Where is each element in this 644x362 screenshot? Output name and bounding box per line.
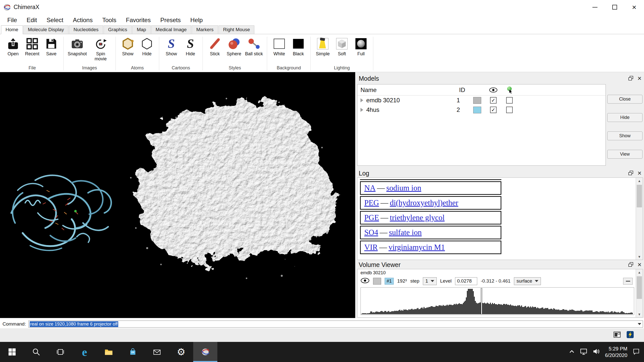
rapid-access-icon[interactable] <box>613 331 621 339</box>
task-view-button[interactable] <box>48 342 72 362</box>
lighting-full-button[interactable]: Full <box>352 36 370 57</box>
menu-presets[interactable]: Presets <box>155 17 185 24</box>
start-button[interactable] <box>0 342 24 362</box>
log-scrollbar[interactable]: ▲ ▼ <box>636 178 643 260</box>
cartoons-hide-button[interactable]: S Hide <box>181 36 199 57</box>
display-style-dropdown[interactable]: surface <box>514 277 541 285</box>
log-undock-icon[interactable] <box>628 170 634 176</box>
snapshot-button[interactable]: Snapshot <box>67 36 88 62</box>
model-selected-checkbox[interactable] <box>506 107 513 113</box>
tab-right-mouse[interactable]: Right Mouse <box>219 25 255 34</box>
volume-tray-icon[interactable] <box>592 348 600 356</box>
residue-code-link[interactable]: PGE <box>364 213 379 222</box>
background-white-button[interactable]: White <box>270 36 288 57</box>
volume-shown-eye-icon[interactable] <box>360 278 370 285</box>
sphere-style-button[interactable]: Sphere <box>225 36 243 57</box>
scroll-down-arrow[interactable]: ▼ <box>636 311 643 317</box>
step-dropdown[interactable]: 1 <box>423 277 437 285</box>
action-center-icon[interactable] <box>632 348 640 356</box>
expand-arrow-icon[interactable] <box>360 108 363 112</box>
residue-code-link[interactable]: PEG <box>364 198 379 207</box>
menu-select[interactable]: Select <box>42 17 68 24</box>
menu-file[interactable]: File <box>3 17 22 24</box>
scroll-up-arrow[interactable]: ▲ <box>636 178 643 184</box>
stick-style-button[interactable]: Stick <box>206 36 224 57</box>
residue-desc-link[interactable]: virginiamycin M1 <box>388 243 445 252</box>
settings-button[interactable]: ⚙ <box>169 342 193 362</box>
store-button[interactable] <box>121 342 145 362</box>
tab-home[interactable]: Home <box>1 25 23 34</box>
scrollbar-thumb[interactable] <box>637 276 642 299</box>
volume-histogram[interactable] <box>360 287 634 315</box>
lighting-soft-button[interactable]: Soft <box>333 36 351 57</box>
models-close-icon[interactable]: × <box>637 75 641 82</box>
volume-level-marker[interactable] <box>481 288 482 314</box>
residue-code-link[interactable]: VIR <box>364 243 378 252</box>
cartoons-show-button[interactable]: S Show <box>162 36 180 57</box>
maximize-button[interactable] <box>605 0 624 14</box>
scroll-down-arrow[interactable]: ▼ <box>636 254 643 260</box>
menu-edit[interactable]: Edit <box>22 17 42 24</box>
residue-desc-link[interactable]: sodium ion <box>386 184 421 192</box>
tab-markers[interactable]: Markers <box>192 25 218 34</box>
taskbar-clock[interactable]: 5:29 PM 6/20/2020 <box>605 345 627 358</box>
menu-help[interactable]: Help <box>186 17 208 24</box>
lighting-simple-button[interactable]: Simple <box>314 36 332 57</box>
scroll-up-arrow[interactable]: ▲ <box>636 269 643 275</box>
tab-graphics[interactable]: Graphics <box>104 25 132 34</box>
volume-histogram-bars[interactable] <box>361 288 633 314</box>
volume-close-icon[interactable]: × <box>637 261 641 268</box>
scrollbar-thumb[interactable] <box>637 185 642 207</box>
model-selected-checkbox[interactable] <box>506 97 513 104</box>
file-explorer-button[interactable] <box>97 342 121 362</box>
save-button[interactable]: Save <box>42 36 60 57</box>
mail-button[interactable] <box>145 342 169 362</box>
residue-desc-link[interactable]: sulfate ion <box>389 228 422 237</box>
3d-scene[interactable] <box>0 72 355 318</box>
command-history-dropdown[interactable] <box>638 321 641 327</box>
models-undock-icon[interactable] <box>628 75 634 81</box>
tab-medical-image[interactable]: Medical Image <box>151 25 191 34</box>
tray-expand-chevron[interactable] <box>569 349 575 355</box>
search-button[interactable] <box>24 342 48 362</box>
model-shown-checkbox[interactable]: ✓ <box>490 97 497 104</box>
log-close-icon[interactable]: × <box>637 170 641 177</box>
background-black-button[interactable]: Black <box>289 36 307 57</box>
residue-code-link[interactable]: NA <box>364 184 376 192</box>
tab-nucleotides[interactable]: Nucleotides <box>69 25 103 34</box>
level-input[interactable]: 0.0278 <box>455 277 477 285</box>
models-close-button[interactable]: Close <box>607 95 642 104</box>
display-tray-icon[interactable] <box>580 348 587 356</box>
atoms-show-button[interactable]: Show <box>119 36 137 57</box>
menu-favorites[interactable]: Favorites <box>121 17 155 24</box>
open-button[interactable]: Open <box>4 36 22 57</box>
minimize-button[interactable] <box>585 0 605 14</box>
residue-desc-link[interactable]: triethylene glycol <box>390 213 445 222</box>
models-view-button[interactable]: View <box>607 150 642 159</box>
spin-movie-button[interactable]: Spin movie <box>89 36 112 62</box>
model-row-emdb-30210[interactable]: emdb 30210 1 ✓ <box>357 96 606 105</box>
volume-scrollbar[interactable]: ▲ ▼ <box>636 269 643 317</box>
volume-undock-icon[interactable] <box>628 262 634 268</box>
expand-arrow-icon[interactable] <box>360 98 363 102</box>
models-hide-button[interactable]: Hide <box>607 113 642 122</box>
edge-browser-button[interactable]: e <box>72 342 97 362</box>
model-row-4hus[interactable]: 4hus 2 ✓ <box>357 105 606 115</box>
collapse-histogram-button[interactable] <box>623 278 633 285</box>
chimerax-taskbar-button[interactable] <box>193 342 217 362</box>
model-shown-checkbox[interactable]: ✓ <box>490 107 497 113</box>
residue-desc-link[interactable]: di(hydroxyethyl)ether <box>390 198 458 207</box>
graphics-viewport[interactable] <box>0 72 355 318</box>
models-show-button[interactable]: Show <box>607 131 642 140</box>
model-color-swatch[interactable] <box>473 97 481 104</box>
model-color-swatch[interactable] <box>473 107 481 113</box>
command-input[interactable]: real on size 1920,1080 frame 6 projector… <box>28 321 643 328</box>
log-content[interactable]: NA—sodium ion PEG—di(hydroxyethyl)ether … <box>357 177 643 260</box>
tab-map[interactable]: Map <box>132 25 151 34</box>
menu-actions[interactable]: Actions <box>68 17 98 24</box>
recent-button[interactable]: Recent <box>23 36 41 57</box>
atoms-hide-button[interactable]: Hide <box>138 36 156 57</box>
residue-code-link[interactable]: SO4 <box>364 228 378 237</box>
volume-id-badge[interactable]: #1 <box>385 278 394 285</box>
density-map-surface[interactable] <box>133 101 336 262</box>
